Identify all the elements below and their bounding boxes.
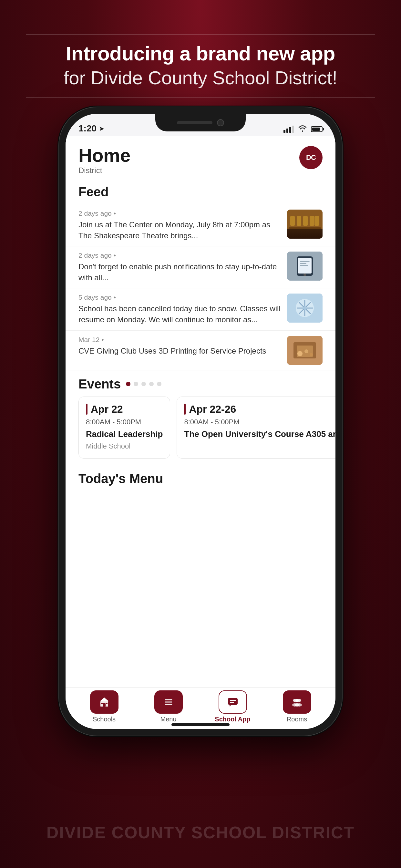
event-time-2: 8:00AM - 5:00PM <box>184 418 335 426</box>
tab-schools[interactable]: Schools <box>72 690 136 723</box>
svg-rect-4 <box>303 216 308 226</box>
svg-rect-36 <box>228 698 237 705</box>
feed-section-title: Feed <box>66 182 335 205</box>
feed-item[interactable]: 5 days ago • School has been cancelled t… <box>66 288 335 330</box>
svg-rect-12 <box>300 261 310 262</box>
svg-rect-3 <box>297 216 301 226</box>
feed-item[interactable]: Mar 12 • CVE Giving Club Uses 3D Printin… <box>66 331 335 370</box>
svg-point-43 <box>296 699 299 702</box>
svg-rect-7 <box>289 227 321 229</box>
feed-meta-1: 2 days ago • <box>79 210 281 217</box>
front-camera <box>217 119 224 126</box>
event-date-2: Apr 22-26 <box>189 403 236 415</box>
location-arrow-icon: ➤ <box>99 125 104 132</box>
school-icon <box>98 696 110 708</box>
svg-rect-6 <box>314 216 319 226</box>
svg-point-25 <box>297 351 303 356</box>
events-scroll-area: Apr 22 8:00AM - 5:00PM Radical Leadershi… <box>66 397 335 465</box>
tab-school-app[interactable]: School App <box>201 690 265 723</box>
rooms-icon <box>291 696 303 708</box>
events-header: Events <box>66 370 335 397</box>
phone-screen: 1:20 ➤ <box>66 114 335 729</box>
feed-image-1 <box>287 210 322 239</box>
speaker <box>177 121 212 124</box>
wifi-icon <box>298 125 307 134</box>
event-name-2: The Open University's Course A305 and th… <box>184 429 335 440</box>
phone-notch <box>155 114 246 131</box>
events-pagination-dots <box>126 382 161 386</box>
event-time-1: 8:00AM - 5:00PM <box>86 418 163 426</box>
tab-menu-label: Menu <box>160 716 176 723</box>
svg-point-21 <box>303 306 306 310</box>
tab-rooms-label: Rooms <box>287 716 307 723</box>
feed-desc-3: School has been cancelled today due to s… <box>79 303 281 325</box>
app-header: Home District DC <box>66 136 335 182</box>
tab-schools-label: Schools <box>93 716 116 723</box>
dot-inactive <box>149 382 154 386</box>
dot-active <box>126 382 130 386</box>
svg-rect-31 <box>101 703 103 704</box>
battery-icon <box>311 126 322 132</box>
feed-image-2 <box>287 252 322 281</box>
svg-rect-5 <box>310 216 314 226</box>
phone-mockup: 1:20 ➤ <box>58 106 343 736</box>
menu-icon <box>163 696 174 708</box>
header-title-bold: Introducing a brand new app <box>26 42 375 65</box>
district-logo[interactable]: DC <box>299 146 322 169</box>
event-date-1: Apr 22 <box>91 403 123 415</box>
feed-item[interactable]: 2 days ago • Join us at The Center on Mo… <box>66 205 335 246</box>
dot-inactive <box>157 382 161 386</box>
menu-section: Today's Menu <box>66 465 335 489</box>
menu-section-title: Today's Menu <box>79 471 322 486</box>
feed-image-4 <box>287 336 322 365</box>
header-section: Introducing a brand new app for Divide C… <box>0 42 401 89</box>
svg-rect-14 <box>300 265 308 266</box>
header-title-normal: for Divide County School District! <box>26 66 375 89</box>
signal-icon <box>283 126 294 133</box>
feed-image-3 <box>287 293 322 322</box>
dot-inactive <box>142 382 146 386</box>
svg-rect-1 <box>287 229 322 239</box>
tab-rooms[interactable]: Rooms <box>265 690 329 723</box>
svg-point-11 <box>304 274 306 276</box>
event-location-1: Middle School <box>86 442 163 451</box>
dot-inactive <box>134 382 138 386</box>
svg-rect-13 <box>300 263 306 264</box>
app-content: Home District DC Feed 2 days ago • Join … <box>66 136 335 687</box>
svg-rect-32 <box>106 703 107 704</box>
top-decorative-line <box>26 34 375 35</box>
tab-menu[interactable]: Menu <box>136 690 201 723</box>
feed-desc-1: Join us at The Center on Monday, July 8t… <box>79 219 281 241</box>
feed-meta-3: 5 days ago • <box>79 293 281 301</box>
home-indicator <box>172 723 229 726</box>
phone-shell: 1:20 ➤ <box>58 106 343 736</box>
app-screen-subtitle: District <box>79 166 130 175</box>
feed-meta-4: Mar 12 • <box>79 336 281 344</box>
status-time: 1:20 ➤ <box>79 123 104 134</box>
tab-bar: Schools Menu <box>66 687 335 729</box>
feed-desc-2: Don't forget to enable push notification… <box>79 261 281 283</box>
bottom-district-text: DIVIDE COUNTY SCHOOL DISTRICT <box>0 823 401 842</box>
feed-item[interactable]: 2 days ago • Don't forget to enable push… <box>66 246 335 288</box>
svg-point-26 <box>305 349 308 353</box>
feed-desc-4: CVE Giving Club Uses 3D Printing for Ser… <box>79 345 281 356</box>
feed-meta-2: 2 days ago • <box>79 252 281 259</box>
event-card-2[interactable]: Apr 22-26 8:00AM - 5:00PM The Open Unive… <box>177 397 335 459</box>
tab-school-app-label: School App <box>215 716 250 723</box>
chat-icon <box>227 696 239 708</box>
bottom-text: DIVIDE COUNTY SCHOOL DISTRICT <box>0 823 401 842</box>
bottom-decorative-line <box>26 97 375 97</box>
svg-point-46 <box>295 703 300 707</box>
svg-rect-30 <box>103 703 105 707</box>
app-screen-title: Home <box>79 146 130 165</box>
svg-marker-29 <box>100 698 109 702</box>
events-section-title: Events <box>79 377 121 392</box>
event-name-1: Radical Leadership <box>86 429 163 440</box>
status-icons <box>283 125 322 134</box>
svg-rect-2 <box>290 216 295 226</box>
event-card-1[interactable]: Apr 22 8:00AM - 5:00PM Radical Leadershi… <box>79 397 170 459</box>
svg-point-27 <box>310 353 313 356</box>
